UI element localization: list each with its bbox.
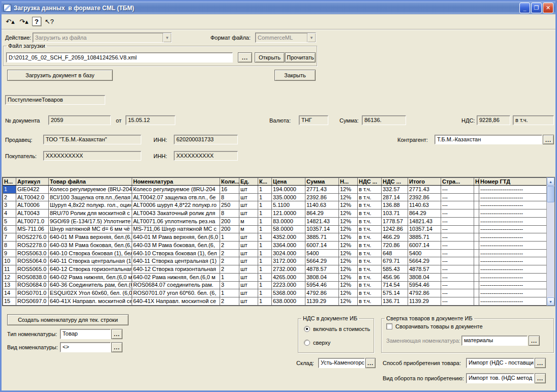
table-cell[interactable]: 5 bbox=[3, 217, 16, 225]
table-cell[interactable]: 2392.86 bbox=[408, 193, 441, 201]
table-cell[interactable]: 640-12 Створка горизонтальная bbox=[132, 265, 220, 274]
table-cell[interactable]: 12% bbox=[339, 242, 358, 250]
table-cell[interactable]: ----------------------- bbox=[479, 201, 547, 209]
table-row[interactable]: 6MS-711.06Шнур натяжной МС d= 6 мм чёMS-… bbox=[3, 225, 547, 233]
table-cell[interactable]: 4878.57 bbox=[408, 265, 441, 274]
buyer-inn-field[interactable]: XXXXXXXXXX bbox=[174, 151, 238, 161]
warehouse-field[interactable]: Усть-Каменогорс bbox=[318, 358, 365, 368]
chevron-down-icon[interactable]: ▼ bbox=[163, 33, 171, 42]
table-cell[interactable]: 5400 bbox=[305, 249, 339, 257]
table-cell[interactable]: 1 bbox=[220, 233, 239, 242]
table-cell[interactable]: ROS5063.0 bbox=[16, 249, 49, 257]
sum-field[interactable]: 86136. bbox=[362, 115, 406, 125]
table-cell[interactable]: --- bbox=[441, 289, 474, 297]
table-cell[interactable]: 194.0000 bbox=[272, 186, 305, 194]
table-cell[interactable]: шт bbox=[239, 281, 258, 289]
table-cell[interactable]: 2 bbox=[220, 265, 239, 274]
table-cell[interactable] bbox=[474, 225, 479, 233]
vat-mode-field[interactable]: в т.ч. bbox=[513, 115, 554, 125]
table-cell[interactable]: 58.0000 bbox=[272, 225, 305, 233]
table-cell[interactable]: шт bbox=[239, 201, 258, 209]
table-cell[interactable]: ROS5064.0 bbox=[16, 257, 49, 265]
table-cell[interactable]: 714.54 bbox=[382, 281, 408, 289]
table-cell[interactable]: 6007.14 bbox=[408, 242, 441, 250]
table-cell[interactable]: в т.ч. bbox=[358, 289, 382, 297]
table-cell[interactable]: ----------------------- bbox=[479, 281, 547, 289]
table-cell[interactable]: 11 bbox=[3, 265, 16, 274]
doc-date-field[interactable]: 15.05.12 bbox=[126, 115, 175, 125]
table-cell[interactable]: 5954.46 bbox=[305, 281, 339, 289]
table-cell[interactable]: 640-11 Створка центральная (1) bbox=[132, 257, 220, 265]
table-cell[interactable]: 4 bbox=[3, 209, 16, 218]
table-row[interactable]: 13ROS0684.0640-36 Соединитель рам, бел.(… bbox=[3, 281, 547, 289]
table-row[interactable]: 1GIE0422Колесо регулируемое (8RU-204Коле… bbox=[3, 186, 547, 194]
table-cell[interactable]: 1139.29 bbox=[305, 297, 339, 306]
table-cell[interactable] bbox=[474, 289, 479, 297]
table-cell[interactable]: шт bbox=[239, 289, 258, 297]
table-cell[interactable]: ----------------------- bbox=[479, 257, 547, 265]
table-cell[interactable] bbox=[474, 209, 479, 218]
table-cell[interactable]: ALT0071.06 уплотнитель рез.на bbox=[132, 217, 220, 225]
table-cell[interactable]: --- bbox=[441, 233, 474, 242]
table-cell[interactable]: 640-36 Соединитель рам, бел.(6 bbox=[49, 281, 132, 289]
table-cell[interactable]: 640-02 Рама нижняя, бел.(6,0 м bbox=[132, 273, 220, 281]
table-cell[interactable]: 3808.04 bbox=[408, 273, 441, 281]
table-cell[interactable]: --- bbox=[441, 281, 474, 289]
table-cell[interactable]: 12% bbox=[339, 209, 358, 218]
table-cell[interactable]: Колесо регулируемое (8RU-204 bbox=[49, 186, 132, 194]
replace-nomenclature-select-button[interactable]: ... bbox=[529, 336, 540, 346]
table-cell[interactable]: 4265.000 bbox=[272, 273, 305, 281]
table-cell[interactable]: --- bbox=[441, 297, 474, 306]
table-cell[interactable]: 1 bbox=[258, 242, 272, 250]
read-file-button[interactable]: Прочитать bbox=[285, 52, 316, 63]
table-cell[interactable]: 2732.000 bbox=[272, 265, 305, 274]
table-cell[interactable]: 200 bbox=[220, 225, 239, 233]
table-cell[interactable] bbox=[474, 186, 479, 194]
table-cell[interactable]: 1242.86 bbox=[382, 225, 408, 233]
table-cell[interactable]: 3808.04 bbox=[305, 273, 339, 281]
table-cell[interactable]: 335.0000 bbox=[272, 193, 305, 201]
table-cell[interactable]: 648 bbox=[382, 249, 408, 257]
table-cell[interactable]: --- bbox=[441, 273, 474, 281]
table-row[interactable]: 5ALT0071.09GO/69 (E-134/17.5) УплотнитеA… bbox=[3, 217, 547, 225]
minimize-button[interactable]: _ bbox=[519, 3, 530, 13]
replace-nomenclature-field[interactable]: материалы bbox=[461, 336, 528, 346]
table-cell[interactable]: в т.ч. bbox=[358, 281, 382, 289]
table-cell[interactable]: 640-41X Направл. москитной се bbox=[49, 297, 132, 306]
table-cell[interactable]: 1140.63 bbox=[408, 201, 441, 209]
table-cell[interactable]: 4352.000 bbox=[272, 233, 305, 242]
table-cell[interactable]: Шуруп 4,8x22 полукр. гол., оцин bbox=[49, 201, 132, 209]
table-cell[interactable]: 3 bbox=[220, 281, 239, 289]
table-cell[interactable]: 640-02 Рама нижняя, бел.(6,0 м bbox=[49, 273, 132, 281]
table-cell[interactable]: 12% bbox=[339, 265, 358, 274]
table-cell[interactable]: 12% bbox=[339, 273, 358, 281]
table-cell[interactable]: 2223.000 bbox=[272, 281, 305, 289]
table-cell[interactable]: 1 bbox=[258, 225, 272, 233]
file-format-combobox[interactable]: CommerceML ▼ bbox=[255, 33, 316, 43]
table-cell[interactable]: 12% bbox=[339, 257, 358, 265]
action-combobox[interactable]: Загрузить из файла ▼ bbox=[33, 33, 172, 43]
table-cell[interactable] bbox=[474, 249, 479, 257]
fold-items-checkbox[interactable] bbox=[386, 323, 392, 329]
table-cell[interactable]: в т.ч. bbox=[358, 265, 382, 274]
table-row[interactable]: 11ROS5065.0640-12 Створка горизонтальная… bbox=[3, 265, 547, 274]
table-cell[interactable]: --- bbox=[441, 186, 474, 194]
table-cell[interactable]: 5954.46 bbox=[408, 281, 441, 289]
table-cell[interactable]: ----------------------- bbox=[479, 233, 547, 242]
table-row[interactable]: 15ROS0697.0640-41X Направл. москитной се… bbox=[3, 297, 547, 306]
table-cell[interactable]: 10357.14 bbox=[408, 225, 441, 233]
table-cell[interactable]: 5.1100 bbox=[272, 201, 305, 209]
table-cell[interactable]: в т.ч. bbox=[358, 217, 382, 225]
nomenclature-kind-select-button[interactable]: ... bbox=[111, 342, 122, 352]
table-row[interactable]: 10ROS5064.0640-11 Створка центральная (1… bbox=[3, 257, 547, 265]
table-cell[interactable]: 3364.000 bbox=[272, 242, 305, 250]
maximize-button[interactable]: ❐ bbox=[531, 3, 542, 13]
table-cell[interactable]: ----------------------- bbox=[479, 249, 547, 257]
table-cell[interactable]: в т.ч. bbox=[358, 201, 382, 209]
table-cell[interactable]: ROS0684.0 bbox=[16, 281, 49, 289]
table-cell[interactable]: 1 bbox=[220, 289, 239, 297]
table-cell[interactable] bbox=[474, 233, 479, 242]
table-cell[interactable]: --- bbox=[441, 257, 474, 265]
table-cell[interactable]: 1 bbox=[258, 273, 272, 281]
table-cell[interactable]: --- bbox=[441, 217, 474, 225]
